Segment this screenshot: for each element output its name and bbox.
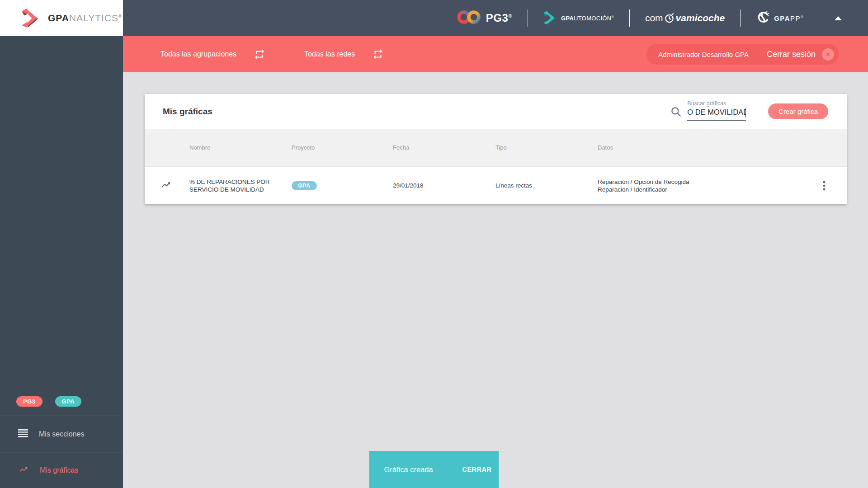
pg3-wordmark: PG3® [486,12,512,24]
gpapp-wordmark: GPAPP® [774,14,803,22]
context-badges: PG3 GPA [0,396,123,416]
nav-separator [528,9,528,27]
header-proyecto: Proyecto [292,144,393,151]
comprovamicoche-post: vamicoche [676,13,725,23]
user-name: Administrador Desarrollo GPA [658,51,749,58]
networks-filter-label: Todas las redes [304,50,355,58]
chart-line-icon [18,465,29,476]
header-datos: Datos [598,144,802,151]
sidebar-item-mis-graficas[interactable]: Mis gráficas [0,452,123,488]
chart-type: Líneas rectas [495,182,598,189]
search-field: Buscar gráficas [687,100,746,121]
gpapp-wrench-icon [756,10,769,26]
snackbar: Gráfica creada CERRAR [369,451,499,488]
snackbar-message: Gráfica creada [384,465,433,474]
logout-close-icon[interactable]: ✕ [822,48,834,61]
data-series-line: Reparación / Identificador [598,186,802,193]
header-nombre: Nombre [189,144,292,151]
sidebar: PG3 GPA Mis secciones Mis gráficas [0,36,123,488]
text-caret [745,108,746,117]
groupings-swap-icon[interactable] [254,48,265,60]
nav-separator [629,9,630,27]
networks-swap-icon[interactable] [372,48,384,60]
pg3-chip[interactable]: PG3 [16,396,42,407]
snackbar-close-button[interactable]: CERRAR [462,466,491,473]
groupings-filter-label: Todas las agrupaciones [160,50,236,58]
trending-up-icon [160,180,172,191]
chart-name: % DE REPARACIONES POR SERVICIO DE MOVILI… [189,178,292,193]
main-content: Mis gráficas Buscar gráficas [123,94,868,488]
gpapp-logo[interactable]: GPAPP® [756,10,803,26]
pg3-logo[interactable]: PG3® [457,9,512,27]
comprovamicoche-pre: com [645,13,663,23]
table-header-row: Nombre Proyecto Fecha Tipo Datos [145,129,847,166]
sections-list-icon [18,429,28,439]
gpa-arrow-icon [22,6,41,30]
row-kebab-menu-icon[interactable] [802,180,847,191]
collapse-arrow-icon[interactable] [835,16,842,20]
data-series-line: Reparación / Opción de Recogida [598,178,802,186]
filter-bar: Todas las agrupaciones Todas las redes A… [123,36,868,72]
sidebar-item-label: Mis gráficas [40,466,78,474]
gpautomocion-wordmark: GPAUTOMOCIÓN® [561,15,614,22]
search-cluster: Buscar gráficas Crear gráfica [670,102,828,121]
create-chart-button[interactable]: Crear gráfica [768,103,828,119]
gpa-chip[interactable]: GPA [55,396,82,407]
comprovamicoche-logo[interactable]: com vamicoche [645,12,725,24]
search-input[interactable] [687,107,746,121]
chart-data-series: Reparación / Opción de Recogida Reparaci… [598,178,802,193]
page-title: Mis gráficas [163,107,212,117]
gpa-analytics-logo[interactable]: GPANALYTICS® [0,0,123,36]
pg3-infinity-icon [457,9,481,27]
project-badge: GPA [292,181,317,190]
partner-logos-nav: PG3® GPAUTOMOCIÓN® com [457,9,868,27]
chart-date: 29/01/2018 [393,182,495,189]
user-session-pill: Administrador Desarrollo GPA Cerrar sesi… [646,44,839,65]
sidebar-item-label: Mis secciones [39,430,84,438]
gpautomocion-arrow-icon [543,9,557,27]
logout-button[interactable]: Cerrar sesión [767,50,816,59]
nav-separator [740,9,741,27]
table-row[interactable]: % DE REPARACIONES POR SERVICIO DE MOVILI… [145,166,847,204]
my-charts-card: Mis gráficas Buscar gráficas [145,94,847,204]
nav-separator [819,9,819,27]
brand-wordmark: GPANALYTICS® [48,13,122,23]
card-header: Mis gráficas Buscar gráficas [145,94,847,129]
sidebar-item-mis-secciones[interactable]: Mis secciones [0,416,123,452]
header-fecha: Fecha [393,144,495,151]
clock-icon [664,12,675,24]
header-tipo: Tipo [495,144,598,151]
search-field-label: Buscar gráficas [687,100,746,107]
search-icon[interactable] [670,106,682,117]
top-navbar: GPANALYTICS® PG3® [0,0,868,36]
gpautomocion-logo[interactable]: GPAUTOMOCIÓN® [543,9,614,27]
